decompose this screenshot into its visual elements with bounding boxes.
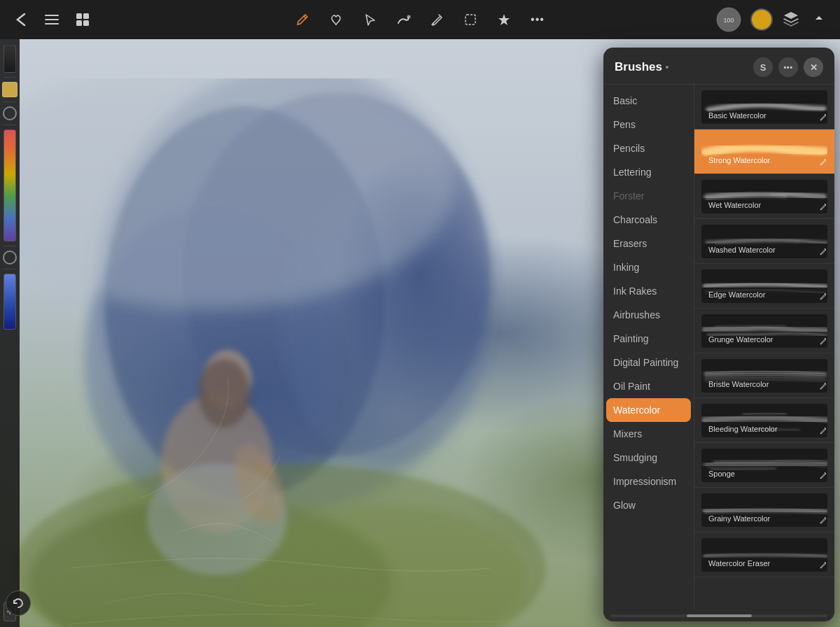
brush-item-bristle_watercolor[interactable]: Bristle Watercolor: [694, 353, 834, 398]
color-picker[interactable]: [750, 8, 773, 31]
category-item-oil_paint[interactable]: Oil Paint: [603, 374, 694, 398]
brush-name-washed_watercolor: Washed Watercolor: [708, 246, 776, 254]
opacity-control[interactable]: 100: [715, 6, 742, 33]
brush-edit-icon-sponge[interactable]: [819, 471, 827, 481]
sidebar-divider-4: [4, 246, 16, 246]
category-item-ink_rakes[interactable]: Ink Rakes: [603, 279, 694, 303]
brush-item-wet_watercolor[interactable]: Wet Watercolor: [694, 174, 834, 219]
sidebar-divider-5: [4, 269, 16, 269]
undo-button[interactable]: [6, 591, 31, 616]
gradient-bar[interactable]: [4, 129, 16, 241]
category-item-mixers[interactable]: Mixers: [603, 422, 694, 446]
category-item-impressionism[interactable]: Impressionism: [603, 470, 694, 493]
header-buttons: S ••• ✕: [753, 57, 823, 77]
brush-preview-grainy_watercolor: Grainy Watercolor: [701, 493, 827, 527]
brush-edit-icon-grainy_watercolor[interactable]: [819, 516, 827, 526]
color-swatch-1[interactable]: [4, 45, 16, 73]
sidebar-divider-3: [4, 125, 16, 125]
brush-edit-icon-bleeding_watercolor[interactable]: [819, 426, 827, 437]
brushes-header: Brushes • S ••• ✕: [603, 48, 834, 85]
svg-rect-3: [76, 13, 82, 19]
brush-edit-icon-grunge_watercolor[interactable]: [819, 337, 827, 347]
svg-rect-2: [45, 23, 59, 24]
brush-preview-washed_watercolor: Washed Watercolor: [701, 225, 827, 258]
grid-icon[interactable]: [73, 10, 92, 29]
toolbar: ••• 100: [0, 0, 840, 39]
brush-item-grainy_watercolor[interactable]: Grainy Watercolor: [694, 488, 834, 533]
category-item-lettering[interactable]: Lettering: [603, 160, 694, 184]
brush-edit-icon-strong_watercolor[interactable]: [819, 157, 827, 168]
share-button[interactable]: S: [753, 57, 773, 77]
rect-select-tool[interactable]: [461, 10, 480, 29]
category-item-painting[interactable]: Painting: [603, 327, 694, 351]
brushes-dot: •: [665, 62, 668, 73]
brush-item-strong_watercolor[interactable]: Strong Watercolor: [694, 129, 834, 174]
color-swatch-2[interactable]: [2, 82, 18, 97]
svg-rect-4: [83, 13, 89, 19]
svg-point-24: [197, 358, 251, 428]
close-panel-button[interactable]: ✕: [804, 57, 823, 77]
brush-preview-basic_watercolor: Basic Watercolor: [701, 90, 827, 124]
brush-item-basic_watercolor[interactable]: Basic Watercolor: [694, 85, 834, 129]
favorite-tool[interactable]: [494, 10, 514, 29]
category-item-forster[interactable]: Forster: [603, 184, 694, 208]
toolbar-center: •••: [293, 10, 547, 29]
brush-preview-sponge: Sponge: [701, 449, 827, 482]
more-options-button[interactable]: •••: [778, 57, 798, 77]
brush-edit-icon-bristle_watercolor[interactable]: [819, 381, 827, 392]
color-circle-1[interactable]: [3, 106, 17, 120]
category-item-watercolor[interactable]: Watercolor: [606, 398, 691, 422]
category-item-airbrushes[interactable]: Airbrushes: [603, 303, 694, 327]
category-item-inking[interactable]: Inking: [603, 255, 694, 279]
brush-edit-icon-watercolor_eraser[interactable]: [819, 561, 827, 571]
brush-preview-wet_watercolor: Wet Watercolor: [701, 180, 827, 213]
brush-name-basic_watercolor: Basic Watercolor: [708, 111, 766, 120]
sidebar-divider-2: [4, 101, 16, 102]
brush-name-grunge_watercolor: Grunge Watercolor: [708, 335, 774, 344]
back-button[interactable]: [11, 10, 31, 29]
category-item-glow[interactable]: Glow: [603, 493, 694, 517]
pen-tool[interactable]: [326, 10, 346, 29]
brush-item-bleeding_watercolor[interactable]: Bleeding Watercolor: [694, 398, 834, 443]
expand-icon[interactable]: [809, 10, 829, 29]
brush-edit-icon-wet_watercolor[interactable]: [819, 202, 827, 213]
svg-rect-6: [83, 20, 89, 26]
brush-item-sponge[interactable]: Sponge: [694, 443, 834, 488]
category-item-digital_painting[interactable]: Digital Painting: [603, 351, 694, 374]
color-circle-2[interactable]: [3, 251, 17, 265]
category-item-basic[interactable]: Basic: [603, 89, 694, 113]
brush-item-washed_watercolor[interactable]: Washed Watercolor: [694, 219, 834, 264]
more-tool[interactable]: •••: [528, 10, 547, 29]
brushes-title-area: Brushes •: [615, 60, 668, 74]
eyedropper-tool[interactable]: [427, 10, 447, 29]
brush-item-watercolor_eraser[interactable]: Watercolor Eraser: [694, 533, 834, 577]
scrollbar-thumb[interactable]: [687, 614, 752, 617]
category-item-smudging[interactable]: Smudging: [603, 446, 694, 470]
category-item-pens[interactable]: Pens: [603, 113, 694, 136]
brush-edit-icon-edge_watercolor[interactable]: [819, 292, 827, 302]
brush-edit-icon-washed_watercolor[interactable]: [819, 247, 827, 258]
pencil-tool[interactable]: [293, 10, 312, 29]
category-item-charcoals[interactable]: Charcoals: [603, 208, 694, 232]
panel-scrollbar: [610, 614, 827, 617]
brush-name-watercolor_eraser: Watercolor Eraser: [708, 559, 770, 568]
brush-item-grunge_watercolor[interactable]: Grunge Watercolor: [694, 309, 834, 353]
brush-preview-watercolor_eraser: Watercolor Eraser: [701, 538, 827, 572]
selection-tool[interactable]: [360, 10, 379, 29]
svg-rect-9: [465, 15, 475, 24]
brushes-panel: Brushes • S ••• ✕ BasicPensPencilsLetter…: [603, 48, 834, 621]
menu-icon[interactable]: [42, 10, 62, 29]
brush-edit-icon-basic_watercolor[interactable]: [819, 113, 827, 123]
smudge-tool[interactable]: [393, 10, 413, 29]
layers-button[interactable]: [781, 10, 801, 30]
brush-preview-grunge_watercolor: Grunge Watercolor: [701, 314, 827, 348]
brush-name-grainy_watercolor: Grainy Watercolor: [708, 514, 770, 523]
category-item-erasers[interactable]: Erasers: [603, 232, 694, 255]
brush-name-bristle_watercolor: Bristle Watercolor: [708, 380, 769, 388]
toolbar-right: 100: [715, 6, 829, 33]
svg-point-8: [407, 15, 411, 19]
category-item-pencils[interactable]: Pencils: [603, 136, 694, 160]
brush-preview-bleeding_watercolor: Bleeding Watercolor: [701, 404, 827, 437]
blue-gradient-bar[interactable]: [4, 274, 16, 330]
brush-item-edge_watercolor[interactable]: Edge Watercolor: [694, 264, 834, 309]
